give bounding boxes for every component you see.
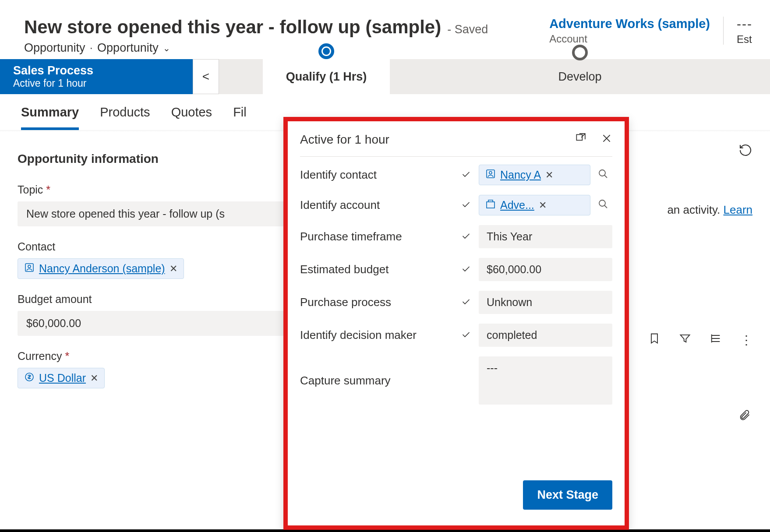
opportunity-info-section: Opportunity information Topic * New stor… <box>18 143 289 402</box>
flyout-timeframe-input[interactable]: This Year <box>479 225 612 248</box>
flyout-label: Purchase timeframe <box>300 230 453 243</box>
check-icon <box>459 330 473 340</box>
flyout-label: Estimated budget <box>300 263 453 276</box>
header-right: Adventure Works (sample) Account --- Est <box>549 17 752 46</box>
refresh-icon[interactable] <box>738 143 752 160</box>
stage-qualify-label: Qualify (1 Hrs) <box>286 70 367 84</box>
required-indicator: * <box>46 183 50 196</box>
bpf-process-name: Sales Process <box>13 64 180 78</box>
section-title: Opportunity information <box>18 152 289 166</box>
currency-clear-icon[interactable]: ✕ <box>90 373 98 384</box>
svg-point-5 <box>489 172 492 174</box>
more-icon[interactable]: ⋮ <box>740 333 752 347</box>
learn-link[interactable]: Learn <box>724 203 753 216</box>
close-icon[interactable] <box>601 133 612 147</box>
svg-point-1 <box>28 265 31 268</box>
stage-develop-label: Develop <box>558 70 601 83</box>
record-header: New store opened this year - follow up (… <box>0 0 770 59</box>
contact-link[interactable]: Nancy Anderson (sample) <box>39 262 165 275</box>
popout-icon[interactable] <box>575 133 586 147</box>
check-icon <box>459 200 473 210</box>
stage-inactive-indicator-icon <box>572 45 588 60</box>
flyout-row-timeframe: Purchase timeframe This Year <box>300 225 612 248</box>
clear-icon[interactable]: ✕ <box>545 169 553 181</box>
header-left: New store opened this year - follow up (… <box>24 17 488 55</box>
bpf-collapse-button[interactable]: < <box>193 59 219 94</box>
flyout-label: Purchase process <box>300 296 453 309</box>
stage-develop[interactable]: Develop <box>390 70 770 84</box>
contact-icon <box>24 262 35 275</box>
timeline-toolbar: ⋮ <box>648 332 752 348</box>
hint-text: an activity. <box>667 203 723 216</box>
separator-dot: · <box>90 41 93 55</box>
tab-files[interactable]: Fil <box>233 105 247 130</box>
flyout-label: Identify decision maker <box>300 328 453 342</box>
account-link[interactable]: Adventure Works (sample) <box>549 17 710 31</box>
stage-flyout: Active for 1 hour Identify contact Nancy… <box>288 121 625 426</box>
flyout-label: Identify account <box>300 198 453 212</box>
contact-clear-icon[interactable]: ✕ <box>170 263 177 275</box>
field-budget: Budget amount $60,000.00 <box>18 293 289 336</box>
field-topic: Topic * New store opened this year - fol… <box>18 183 289 226</box>
form-selector[interactable]: Opportunity <box>97 41 159 55</box>
contact-icon <box>485 169 496 181</box>
stage-qualify[interactable]: Qualify (1 Hrs) <box>263 59 390 94</box>
flyout-account-chip[interactable]: Adve... ✕ <box>479 195 590 215</box>
flyout-contact-chip[interactable]: Nancy A ✕ <box>479 165 590 185</box>
business-process-flow: Sales Process Active for 1 hour < Qualif… <box>0 59 770 94</box>
budget-input[interactable]: $60,000.00 <box>18 311 289 336</box>
entity-name: Opportunity <box>24 41 85 55</box>
flyout-label: Capture summary <box>300 374 453 388</box>
next-stage-button[interactable]: Next Stage <box>523 480 612 510</box>
svg-point-6 <box>599 170 605 176</box>
flyout-budget-input[interactable]: $60,000.00 <box>479 258 612 281</box>
currency-label: Currency <box>18 350 62 362</box>
contact-label: Contact <box>18 240 289 253</box>
attach-icon[interactable] <box>738 408 751 426</box>
flyout-label: Identify contact <box>300 168 453 182</box>
topic-input[interactable]: New store opened this year - follow up (… <box>18 201 289 226</box>
bpf-process-label[interactable]: Sales Process Active for 1 hour <box>0 59 193 94</box>
account-field-label: Account <box>549 33 710 45</box>
currency-lookup-chip[interactable]: US Dollar ✕ <box>18 368 105 388</box>
field-contact: Contact Nancy Anderson (sample) ✕ <box>18 240 289 279</box>
search-icon[interactable] <box>594 169 612 181</box>
flyout-summary-input[interactable]: --- <box>479 356 612 405</box>
flyout-process-input[interactable]: Unknown <box>479 291 612 314</box>
currency-icon <box>24 372 35 384</box>
contact-lookup-chip[interactable]: Nancy Anderson (sample) ✕ <box>18 258 184 279</box>
flyout-row-budget: Estimated budget $60,000.00 <box>300 258 612 281</box>
svg-point-8 <box>599 200 605 206</box>
flyout-title: Active for 1 hour <box>300 133 389 147</box>
flyout-decision-input[interactable]: completed <box>479 324 612 347</box>
stage-active-indicator-icon <box>318 43 334 59</box>
tab-products[interactable]: Products <box>100 105 150 130</box>
check-icon <box>459 232 473 242</box>
est-label: Est <box>737 33 752 46</box>
clear-icon[interactable]: ✕ <box>539 200 547 211</box>
flyout-row-process: Purchase process Unknown <box>300 291 612 314</box>
search-icon[interactable] <box>594 199 612 211</box>
currency-link[interactable]: US Dollar <box>39 372 86 384</box>
topic-label: Topic <box>18 183 43 196</box>
sort-icon[interactable] <box>710 332 722 348</box>
tab-quotes[interactable]: Quotes <box>171 105 212 130</box>
flyout-row-account: Identify account Adve... ✕ <box>300 195 612 215</box>
check-icon <box>459 264 473 275</box>
tab-summary[interactable]: Summary <box>21 105 79 130</box>
svg-rect-7 <box>487 202 494 208</box>
vertical-divider <box>723 17 724 45</box>
flyout-contact-link[interactable]: Nancy A <box>500 169 541 181</box>
bookmark-icon[interactable] <box>648 332 661 348</box>
account-icon <box>485 199 496 211</box>
filter-icon[interactable] <box>679 332 691 348</box>
field-currency: Currency * US Dollar ✕ <box>18 350 289 388</box>
header-overflow[interactable]: --- <box>737 17 752 32</box>
flyout-row-contact: Identify contact Nancy A ✕ <box>300 165 612 185</box>
chevron-down-icon[interactable]: ⌄ <box>163 43 170 53</box>
record-title: New store opened this year - follow up (… <box>24 17 441 38</box>
flyout-row-decision-maker: Identify decision maker completed <box>300 324 612 347</box>
flyout-account-link[interactable]: Adve... <box>500 199 534 211</box>
stage-flyout-highlight: Active for 1 hour Identify contact Nancy… <box>283 117 629 530</box>
flyout-row-summary: Capture summary --- <box>300 356 612 405</box>
